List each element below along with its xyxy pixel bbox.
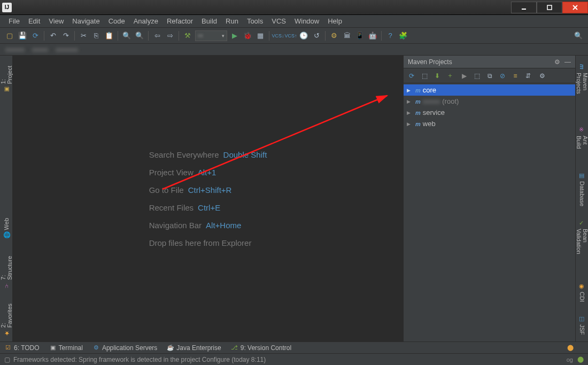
save-all-icon[interactable]: 💾 [17,30,28,42]
debug-icon[interactable]: 🐞 [242,30,253,42]
maven-settings-icon[interactable]: ⚙ [554,58,560,66]
run-icon[interactable]: ▶ [229,30,241,42]
status-right: og [567,356,573,363]
tool-java-enterprise[interactable]: ☕Java Enterprise [167,344,221,352]
tool-version-control[interactable]: ⎇9: Version Control [231,344,291,352]
maven-module-icon: m [415,121,421,127]
maven-module-label: xxxxx [423,97,440,105]
cut-icon[interactable]: ✂ [78,30,89,42]
maven-show-deps-icon[interactable]: ≡ [509,70,521,82]
menu-file[interactable]: File [4,16,24,26]
tool-ant-build[interactable]: ※Ant Build [576,126,589,159]
maven-module-core[interactable]: ▶ m core [404,84,575,96]
tool-todo[interactable]: ☑6: TODO [4,344,40,352]
tool-terminal[interactable]: ▣Terminal [49,344,83,352]
menu-navigate[interactable]: Navigate [68,16,104,26]
window-close-button[interactable] [562,2,588,13]
left-tool-stripe: ▣1: Project 🌐Web ⑂7: Structure ★2: Favor… [0,56,13,341]
tool-web[interactable]: 🌐Web [3,218,10,239]
tool-favorites[interactable]: ★2: Favorites [0,303,13,337]
menu-analyze[interactable]: Analyze [129,16,163,26]
replace-icon[interactable]: 🔍 [134,30,145,42]
jsf-icon: ◫ [578,315,586,322]
menu-view[interactable]: View [44,16,68,26]
empty-editor-area[interactable]: Search EverywhereDouble Shift Project Vi… [13,56,403,341]
maven-settings2-icon[interactable]: ⚙ [536,70,548,82]
tool-maven-projects[interactable]: mMaven Projects [576,63,589,113]
maven-reimport-icon[interactable]: ⟳ [406,70,417,82]
menu-window[interactable]: Window [290,16,323,26]
vcs-commit-icon[interactable]: VCS↑ [285,30,297,42]
vcs-history-icon[interactable]: 🕒 [298,30,310,42]
menu-tools[interactable]: Tools [243,16,267,26]
sync-icon[interactable]: ⟳ [29,30,41,42]
maven-module-web[interactable]: ▶ m web [404,118,575,129]
run-config-select[interactable]: xx▾ [195,30,227,41]
menu-run[interactable]: Run [221,16,243,26]
forward-icon[interactable]: ⇨ [164,30,176,42]
window-maximize-button[interactable] [537,2,562,13]
maven-collapse-icon[interactable]: ⇵ [522,70,534,82]
plugin-icon[interactable]: 🧩 [397,30,409,42]
redo-icon[interactable]: ↷ [60,30,72,42]
tool-bean-validation[interactable]: ✓Bean Validation [576,220,589,270]
todo-icon: ☑ [4,344,12,352]
vcs-revert-icon[interactable]: ↺ [311,30,322,42]
help-icon[interactable]: ? [384,30,396,42]
maven-hide-icon[interactable]: ― [564,58,571,66]
vcs-update-icon[interactable]: VCS↓ [272,30,284,42]
structure-icon: ⑂ [3,282,10,289]
bottom-tool-stripe: ☑6: TODO ▣Terminal ⚙Application Servers … [0,341,588,353]
copy-icon[interactable]: ⎘ [90,30,102,42]
menu-help[interactable]: Help [323,16,346,26]
main-toolbar: ▢ 💾 ⟳ ↶ ↷ ✂ ⎘ 📋 🔍 🔍 ⇦ ⇨ ⚒ xx▾ ▶ 🐞 ▦ VCS↓… [0,28,588,44]
ide-notifications-icon[interactable]: ⬤ [567,344,574,352]
maven-run-icon[interactable]: ▶ [458,70,470,82]
menu-code[interactable]: Code [104,16,129,26]
project-icon: ▣ [3,86,10,93]
menu-build[interactable]: Build [197,16,221,26]
back-icon[interactable]: ⇦ [151,30,163,42]
maven-skip-tests-icon[interactable]: ⊘ [497,70,508,82]
make-icon[interactable]: ⚒ [182,30,194,42]
tool-database[interactable]: ▤Database [578,172,586,206]
tool-cdi[interactable]: ◉CDI [578,282,586,302]
maven-module-service[interactable]: ▶ m service [404,107,575,118]
ide-status-icon[interactable]: ⬤ [577,356,584,363]
status-message[interactable]: ▢ Frameworks detected: Spring framework … [4,356,266,363]
maven-add-icon[interactable]: ＋ [444,70,456,82]
hint-search-everywhere: Search EverywhereDouble Shift [149,150,267,159]
tool-jsf[interactable]: ◫JSF [578,315,586,335]
breadcrumb-item[interactable]: xxxxxxx [56,46,78,53]
hint-project-view: Project ViewAlt+1 [149,168,267,177]
maven-execute-icon[interactable]: ⬚ [471,70,483,82]
open-icon[interactable]: ▢ [4,30,16,42]
vcs-icon: ⎇ [231,344,238,352]
paste-icon[interactable]: 📋 [103,30,115,42]
project-structure-icon[interactable]: 🏛 [341,30,353,42]
menu-vcs[interactable]: VCS [267,16,290,26]
svg-rect-1 [547,5,552,10]
window-minimize-button[interactable] [511,2,537,13]
breadcrumb-item[interactable]: xxxxxx [5,46,25,53]
tool-structure[interactable]: ⑂7: Structure [0,255,13,289]
undo-icon[interactable]: ↶ [47,30,59,42]
maven-module-root[interactable]: ▶ m xxxxx (root) [404,96,575,107]
maven-toggle-offline-icon[interactable]: ⧉ [484,70,496,82]
android-icon[interactable]: 🤖 [367,30,378,42]
status-icon: ▢ [4,356,10,363]
menu-refactor[interactable]: Refactor [163,16,197,26]
settings-icon[interactable]: ⚙ [328,30,340,42]
maven-module-label: service [423,108,445,117]
sdk-icon[interactable]: 📱 [354,30,366,42]
tool-project[interactable]: ▣1: Project [0,65,13,93]
expand-arrow-icon: ▶ [407,110,413,115]
maven-download-icon[interactable]: ⬇ [431,70,443,82]
search-everywhere-icon[interactable]: 🔍 [572,30,584,42]
find-icon[interactable]: 🔍 [121,30,133,42]
coverage-icon[interactable]: ▦ [254,30,266,42]
tool-application-servers[interactable]: ⚙Application Servers [92,344,157,352]
breadcrumb-item[interactable]: xxxxx [32,46,48,53]
menu-edit[interactable]: Edit [24,16,44,26]
maven-generate-icon[interactable]: ⬚ [419,70,430,82]
